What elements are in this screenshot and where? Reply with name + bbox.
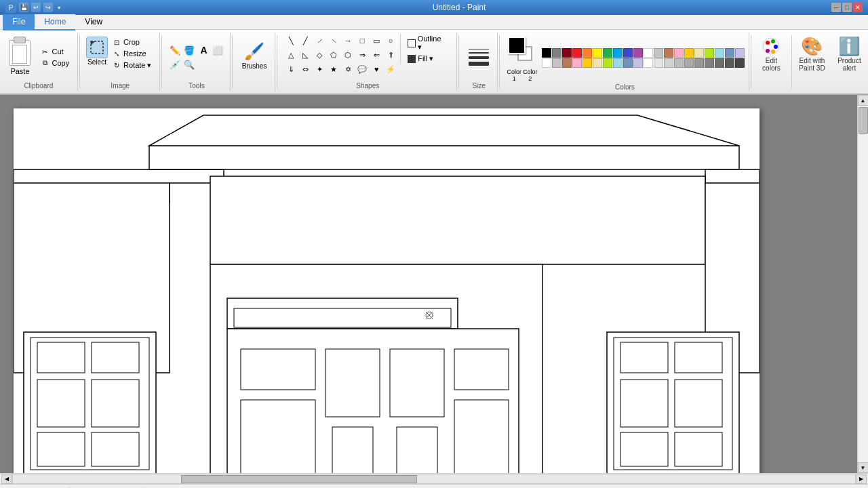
quick-access-dropdown[interactable]: ▾	[56, 3, 62, 12]
fill-button[interactable]: Fill ▾	[405, 54, 448, 64]
color-swatch2-10[interactable]	[644, 58, 653, 68]
size-line-1[interactable]	[469, 49, 489, 49]
crop-button[interactable]: ⊡ Crop	[109, 37, 154, 47]
color-swatch-7[interactable]	[613, 48, 623, 58]
color-swatch-14[interactable]	[684, 48, 694, 58]
shape-right-triangle[interactable]: ◺	[298, 48, 312, 62]
shape-diagonal3[interactable]: ⟋	[313, 34, 326, 47]
color-swatch-2[interactable]	[562, 48, 572, 58]
shape-hexagon[interactable]: ⬡	[341, 48, 355, 62]
color-swatch2-6[interactable]	[603, 58, 612, 68]
color-swatch2-2[interactable]	[562, 58, 572, 68]
edit-colors-button[interactable]: Edit colors	[753, 33, 790, 91]
color-1-box[interactable]	[508, 37, 526, 54]
color-swatch2-11[interactable]	[654, 58, 663, 68]
shape-callout[interactable]: 💬	[355, 62, 369, 76]
scroll-thumb[interactable]	[859, 107, 868, 134]
h-scroll-track[interactable]	[12, 474, 856, 484]
shape-pentagon[interactable]: ⬠	[327, 48, 340, 62]
color-swatch-10[interactable]	[644, 48, 653, 58]
color-swatch2-19[interactable]	[735, 58, 745, 68]
color-swatch-17[interactable]	[715, 48, 724, 58]
color-swatch2-8[interactable]	[623, 58, 633, 68]
resize-button[interactable]: ⤡ Resize	[109, 48, 154, 59]
minimize-button[interactable]: ─	[831, 3, 841, 12]
color-swatch2-7[interactable]	[613, 58, 623, 68]
copy-button[interactable]: ⧉ Copy	[37, 58, 72, 68]
size-selector[interactable]	[466, 46, 492, 68]
color-swatch2-3[interactable]	[572, 58, 582, 68]
color-swatch2-1[interactable]	[552, 58, 561, 68]
size-line-2[interactable]	[469, 52, 489, 54]
shape-star4[interactable]: ✦	[313, 62, 326, 76]
shape-heart[interactable]: ♥	[370, 62, 383, 76]
size-line-3[interactable]	[469, 56, 489, 59]
magnifier-tool[interactable]: 🔍	[182, 58, 196, 71]
scroll-up-button[interactable]: ▲	[858, 95, 869, 106]
shape-rect[interactable]: □	[355, 34, 369, 47]
color-picker-tool[interactable]: 💉	[168, 58, 182, 71]
color-swatch-6[interactable]	[603, 48, 612, 58]
quick-access-save[interactable]: 💾	[19, 3, 28, 12]
color-swatch2-18[interactable]	[725, 58, 734, 68]
color-swatch-15[interactable]	[694, 48, 704, 58]
edit-paint3d-button[interactable]: 🎨 Edit with Paint 3D	[793, 33, 831, 91]
tab-home[interactable]: Home	[35, 14, 75, 30]
color-swatch2-5[interactable]	[593, 58, 602, 68]
scroll-left-button[interactable]: ◀	[1, 474, 12, 484]
color-swatch2-9[interactable]	[633, 58, 643, 68]
active-colors[interactable]	[508, 37, 536, 65]
text-tool[interactable]: A	[197, 43, 210, 57]
brushes-button[interactable]: 🖌️ Brushes	[239, 38, 270, 73]
color-swatch-16[interactable]	[705, 48, 714, 58]
outline-button[interactable]: Outline ▾	[405, 34, 448, 52]
color-swatch2-13[interactable]	[674, 58, 684, 68]
color-swatch2-14[interactable]	[684, 58, 694, 68]
color-swatch2-4[interactable]	[583, 58, 592, 68]
shape-lightning[interactable]: ⚡	[384, 62, 397, 76]
scroll-down-button[interactable]: ▼	[858, 462, 869, 473]
color-swatch-1[interactable]	[552, 48, 561, 58]
close-button[interactable]: ✕	[853, 3, 863, 12]
pencil-tool[interactable]: ✏️	[168, 43, 182, 57]
shape-right-arrow[interactable]: ⇒	[355, 48, 369, 62]
shape-rounded-rect[interactable]: ▭	[370, 34, 383, 47]
shape-diamond[interactable]: ◇	[313, 48, 326, 62]
canvas-area[interactable]	[0, 95, 857, 473]
color-swatch-18[interactable]	[725, 48, 734, 58]
quick-access-redo[interactable]: ↪	[43, 3, 53, 12]
color-swatch-8[interactable]	[623, 48, 633, 58]
eraser-tool[interactable]: ⬜	[211, 43, 224, 57]
color-swatch2-17[interactable]	[715, 58, 724, 68]
select-button[interactable]: Select	[86, 37, 108, 66]
shape-diagonal1[interactable]: ╲	[284, 34, 298, 47]
color-swatch2-15[interactable]	[694, 58, 704, 68]
maximize-button[interactable]: □	[842, 3, 852, 12]
color-swatch2-16[interactable]	[705, 58, 714, 68]
color-swatch-3[interactable]	[572, 48, 582, 58]
shape-star5[interactable]: ★	[327, 62, 340, 76]
tab-file[interactable]: File	[3, 14, 35, 30]
shape-left-arrow[interactable]: ⇐	[370, 48, 383, 62]
vertical-scrollbar[interactable]: ▲ ▼	[857, 95, 868, 473]
scroll-right-button[interactable]: ▶	[856, 474, 867, 484]
rotate-button[interactable]: ↻ Rotate ▾	[109, 60, 154, 70]
h-scroll-thumb[interactable]	[181, 475, 417, 483]
product-alert-button[interactable]: ℹ️ Product alert	[831, 33, 868, 91]
horizontal-scrollbar[interactable]: ◀ ▶	[0, 473, 868, 484]
color-swatch-5[interactable]	[593, 48, 602, 58]
color-swatch-4[interactable]	[583, 48, 592, 58]
shape-arrow-right[interactable]: →	[341, 34, 355, 47]
quick-access-undo[interactable]: ↩	[31, 3, 41, 12]
color-swatch-11[interactable]	[654, 48, 663, 58]
color-swatch-9[interactable]	[633, 48, 643, 58]
shape-up-arrow[interactable]: ⇑	[384, 48, 397, 62]
paste-button[interactable]: Paste	[5, 37, 35, 78]
shape-diagonal4[interactable]: ⟍	[327, 34, 340, 47]
color-swatch2-12[interactable]	[664, 58, 673, 68]
fill-tool[interactable]: 🪣	[182, 43, 196, 57]
shape-down-arrow[interactable]: ⇓	[284, 62, 298, 76]
shape-diagonal2[interactable]: ╱	[298, 34, 312, 47]
shape-triangle[interactable]: △	[284, 48, 298, 62]
cut-button[interactable]: ✂ Cut	[37, 46, 72, 57]
